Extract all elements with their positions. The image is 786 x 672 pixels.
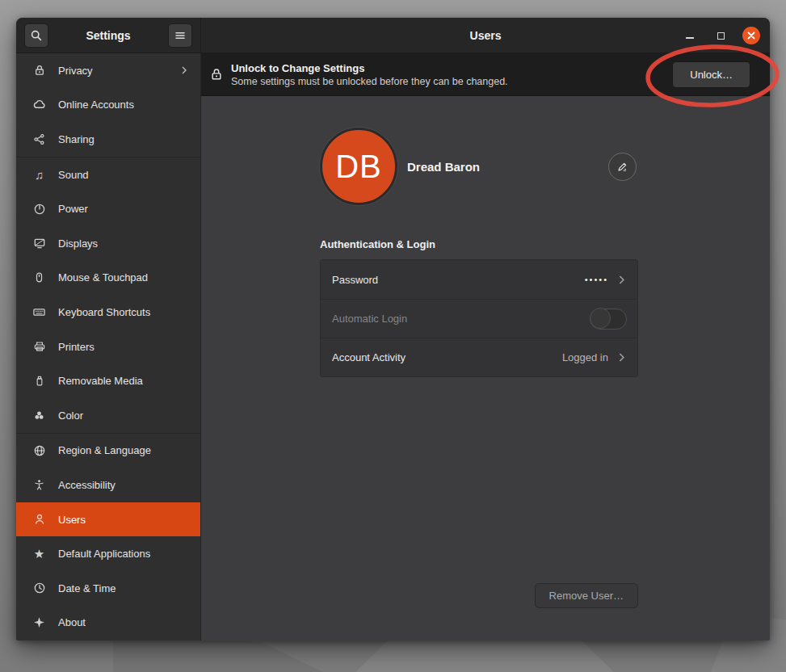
sidebar: Privacy Online Accounts xyxy=(16,53,201,640)
sidebar-item-label: Online Accounts xyxy=(58,99,189,111)
password-row[interactable]: Password ••••• xyxy=(321,260,637,299)
sidebar-item-sharing[interactable]: Sharing xyxy=(16,122,200,157)
sidebar-header: Settings xyxy=(16,18,201,52)
accessibility-icon xyxy=(32,478,46,492)
sidebar-item-removable-media[interactable]: Removable Media xyxy=(16,363,200,398)
row-label: Automatic Login xyxy=(332,313,407,325)
sidebar-item-default-applications[interactable]: ★ Default Applications xyxy=(16,536,200,571)
sidebar-item-label: Removable Media xyxy=(58,375,189,387)
keyboard-icon xyxy=(32,305,46,319)
sidebar-item-label: Keyboard Shortcuts xyxy=(58,306,189,318)
sidebar-item-label: Region & Language xyxy=(58,444,189,456)
sidebar-item-mouse-touchpad[interactable]: Mouse & Touchpad xyxy=(16,261,200,296)
wallpaper-facet xyxy=(113,638,323,672)
sidebar-item-label: Color xyxy=(58,410,189,422)
settings-window: Settings Users xyxy=(16,18,770,640)
sparkle-icon xyxy=(32,615,46,629)
section-heading: Authentication & Login xyxy=(320,238,638,250)
sidebar-item-region-language[interactable]: Region & Language xyxy=(16,434,200,468)
power-icon xyxy=(32,202,46,216)
unlock-button[interactable]: Unlock… xyxy=(672,61,750,88)
automatic-login-toggle[interactable] xyxy=(590,309,627,330)
remove-user-button[interactable]: Remove User… xyxy=(535,583,638,608)
user-full-name: Dread Baron xyxy=(407,160,480,174)
page-title: Users xyxy=(470,29,502,42)
window-controls xyxy=(681,18,760,53)
sidebar-item-online-accounts[interactable]: Online Accounts xyxy=(16,88,200,123)
users-icon xyxy=(32,513,46,527)
hamburger-menu-icon xyxy=(174,29,187,42)
sidebar-item-sound[interactable]: ♫ Sound xyxy=(16,158,200,192)
sidebar-item-label: Displays xyxy=(58,237,189,250)
globe-icon xyxy=(32,443,46,457)
star-icon: ★ xyxy=(32,547,46,561)
toggle-knob xyxy=(590,308,611,329)
minimize-icon xyxy=(686,37,694,39)
sidebar-item-label: Power xyxy=(58,203,189,215)
banner-text: Unlock to Change Settings Some settings … xyxy=(231,61,665,88)
edit-name-button[interactable] xyxy=(608,153,637,181)
close-button[interactable] xyxy=(742,27,760,44)
sidebar-item-label: Sound xyxy=(58,169,189,181)
search-icon xyxy=(30,29,43,42)
sidebar-item-label: Accessibility xyxy=(58,479,189,491)
sidebar-item-label: Privacy xyxy=(58,65,167,77)
sidebar-item-color[interactable]: Color xyxy=(16,398,200,433)
main-header: Users xyxy=(201,18,770,52)
sidebar-item-keyboard-shortcuts[interactable]: Keyboard Shortcuts xyxy=(16,295,200,330)
maximize-icon xyxy=(717,32,725,40)
banner-title: Unlock to Change Settings xyxy=(231,61,665,75)
sidebar-item-displays[interactable]: Displays xyxy=(16,226,200,261)
usb-drive-icon xyxy=(32,374,46,388)
sidebar-item-label: Default Applications xyxy=(58,548,189,560)
auth-listbox: Password ••••• Automatic Login xyxy=(320,259,638,377)
sidebar-item-accessibility[interactable]: Accessibility xyxy=(16,468,200,502)
menu-button[interactable] xyxy=(168,23,192,48)
display-icon xyxy=(32,237,46,250)
sidebar-item-label: Mouse & Touchpad xyxy=(58,271,189,284)
printer-icon xyxy=(32,340,46,354)
sidebar-title: Settings xyxy=(48,29,168,42)
unlock-banner: Unlock to Change Settings Some settings … xyxy=(201,53,770,96)
page-body: DB Dread Baron Authentication & Login xyxy=(201,96,770,640)
row-label: Account Activity xyxy=(332,351,406,363)
sidebar-item-power[interactable]: Power xyxy=(16,191,200,226)
sidebar-item-date-time[interactable]: Date & Time xyxy=(16,571,200,606)
color-icon xyxy=(32,409,46,422)
account-activity-row[interactable]: Account Activity Logged in xyxy=(321,338,637,376)
user-header: DB Dread Baron xyxy=(320,128,638,205)
banner-subtitle: Some settings must be unlocked before th… xyxy=(231,75,665,88)
row-value: Logged in xyxy=(562,351,608,363)
sidebar-item-privacy[interactable]: Privacy xyxy=(16,53,200,88)
sidebar-item-label: Printers xyxy=(58,341,189,353)
sidebar-item-label: Sharing xyxy=(58,133,189,145)
share-icon xyxy=(32,132,46,146)
chevron-right-icon xyxy=(616,275,627,285)
chevron-right-icon xyxy=(616,352,627,363)
automatic-login-row: Automatic Login xyxy=(321,299,637,338)
avatar[interactable]: DB xyxy=(320,128,397,205)
row-label: Password xyxy=(332,274,378,286)
pencil-icon xyxy=(616,161,628,173)
password-dots: ••••• xyxy=(585,275,608,284)
close-icon xyxy=(746,31,756,40)
cloud-icon xyxy=(32,98,46,111)
users-panel: Unlock to Change Settings Some settings … xyxy=(201,53,770,640)
sidebar-item-label: Users xyxy=(58,514,189,526)
chevron-right-icon xyxy=(179,65,189,75)
clock-icon xyxy=(32,582,46,595)
music-note-icon: ♫ xyxy=(32,168,46,182)
sidebar-item-users[interactable]: Users xyxy=(16,502,200,537)
lock-icon xyxy=(209,67,224,82)
titlebar: Settings Users xyxy=(16,18,770,53)
sidebar-item-about[interactable]: About xyxy=(16,606,200,640)
sidebar-item-printers[interactable]: Printers xyxy=(16,330,200,364)
search-button[interactable] xyxy=(24,23,48,48)
minimize-button[interactable] xyxy=(681,27,699,44)
lock-icon xyxy=(32,64,46,78)
mouse-icon xyxy=(32,271,46,284)
maximize-button[interactable] xyxy=(712,27,729,44)
sidebar-item-label: About xyxy=(58,616,189,628)
sidebar-item-label: Date & Time xyxy=(58,582,189,594)
